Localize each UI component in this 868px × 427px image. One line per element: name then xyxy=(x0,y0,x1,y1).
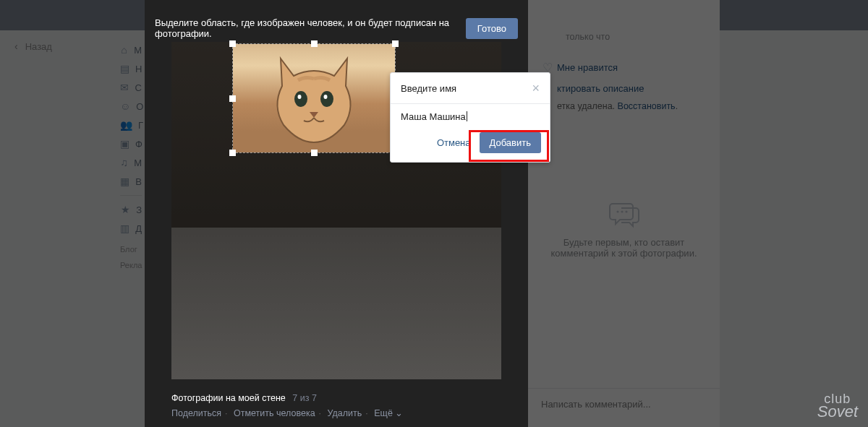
cat-face-icon xyxy=(266,54,362,145)
chevron-down-icon: ⌄ xyxy=(395,408,403,418)
name-input[interactable]: Маша Машина xyxy=(391,104,550,126)
album-name[interactable]: Фотографии на моей стене xyxy=(171,393,286,403)
resize-handle[interactable] xyxy=(229,150,236,156)
add-button[interactable]: Добавить xyxy=(480,132,541,153)
tag-person-link[interactable]: Отметить человека xyxy=(234,408,315,418)
svg-point-6 xyxy=(324,95,328,99)
done-button[interactable]: Готово xyxy=(466,18,518,39)
delete-link[interactable]: Удалить xyxy=(328,408,362,418)
svg-point-3 xyxy=(294,91,307,107)
photo-counter: 7 из 7 xyxy=(292,393,317,403)
resize-handle[interactable] xyxy=(311,40,318,47)
resize-handle[interactable] xyxy=(229,95,236,102)
resize-handle[interactable] xyxy=(392,40,399,47)
photo-viewer: Выделите область, где изображен человек,… xyxy=(145,0,528,427)
share-link[interactable]: Поделиться xyxy=(171,408,221,418)
svg-point-4 xyxy=(320,91,333,107)
more-link[interactable]: Ещё ⌄ xyxy=(374,408,403,418)
crop-selection[interactable] xyxy=(232,43,396,153)
resize-handle[interactable] xyxy=(311,150,318,156)
photo-caption: Фотографии на моей стене 7 из 7 Поделить… xyxy=(171,393,403,418)
resize-handle[interactable] xyxy=(229,40,236,47)
popup-title: Введите имя xyxy=(401,83,456,94)
name-popup: Введите имя × Маша Машина Отмена Добавит… xyxy=(390,72,550,163)
svg-point-5 xyxy=(298,95,302,99)
watermark: club Sovet xyxy=(817,392,858,421)
close-icon[interactable]: × xyxy=(532,82,540,95)
tag-hint-text: Выделите область, где изображен человек,… xyxy=(155,17,466,39)
cancel-button[interactable]: Отмена xyxy=(437,137,471,148)
